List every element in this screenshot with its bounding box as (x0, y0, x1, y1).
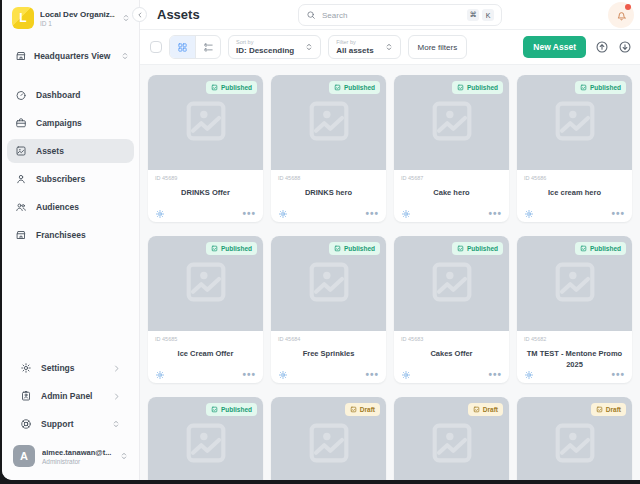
asset-thumbnail[interactable]: Published (394, 236, 509, 331)
asset-thumbnail[interactable]: Published (148, 397, 263, 480)
asset-card[interactable]: PublishedID 45686Ice cream hero••• (517, 75, 632, 222)
asset-more-button[interactable]: ••• (488, 370, 502, 380)
asset-id: ID 45685 (155, 336, 263, 343)
download-icon (618, 40, 632, 54)
asset-card[interactable]: Draft••• (271, 397, 386, 480)
asset-more-button[interactable]: ••• (488, 209, 502, 219)
page-header: Assets ⌘ K (140, 0, 640, 30)
image-mini-icon (334, 84, 341, 92)
image-mini-icon (596, 406, 603, 414)
asset-settings-button[interactable] (401, 370, 411, 380)
chevron-updown-icon (120, 51, 130, 61)
sidebar-item-label: Audiences (36, 202, 79, 212)
asset-card[interactable]: Published••• (148, 397, 263, 480)
asset-card[interactable]: PublishedID 45687Cake hero••• (394, 75, 509, 222)
sidebar-item-label: Campaigns (36, 118, 82, 128)
sidebar-item-label: Admin Panel (41, 391, 92, 401)
sidebar-item-subscribers[interactable]: Subscribers (7, 167, 134, 191)
notifications-button[interactable] (608, 2, 634, 28)
sidebar-item-dashboard[interactable]: Dashboard (7, 83, 134, 107)
asset-card[interactable]: PublishedID 45685Ice Cream Offer••• (148, 236, 263, 383)
asset-more-button[interactable]: ••• (242, 209, 256, 219)
asset-more-button[interactable]: ••• (365, 370, 379, 380)
asset-settings-button[interactable] (524, 209, 534, 219)
asset-thumbnail[interactable]: Published (148, 75, 263, 170)
asset-settings-button[interactable] (155, 209, 165, 219)
image-mini-icon (580, 84, 587, 92)
asset-card[interactable]: PublishedID 45683Cakes Offer••• (394, 236, 509, 383)
org-name: Local Dev Organiz... (40, 10, 115, 19)
status-badge: Published (206, 242, 257, 255)
image-placeholder-icon (180, 417, 232, 473)
asset-settings-button[interactable] (278, 209, 288, 219)
sidebar-collapse-button[interactable] (132, 7, 147, 22)
asset-settings-button[interactable] (524, 370, 534, 380)
grid-view-button[interactable] (170, 36, 195, 58)
sidebar-nav: DashboardCampaignsAssetsSubscribersAudie… (2, 71, 139, 247)
asset-thumbnail[interactable]: Draft (517, 397, 632, 480)
search-input[interactable] (322, 11, 461, 20)
asset-card[interactable]: PublishedID 45689DRINKS Offer••• (148, 75, 263, 222)
asset-card[interactable]: PublishedID 45688DRINKS hero••• (271, 75, 386, 222)
status-badge: Published (329, 81, 380, 94)
org-selector[interactable]: L Local Dev Organiz... ID 1 (2, 0, 139, 33)
asset-title: TM TEST - Mentone Promo 2025 (525, 349, 624, 370)
briefcase-icon (15, 117, 27, 129)
sidebar-item-settings[interactable]: Settings (12, 356, 129, 380)
asset-card[interactable]: PublishedID 45684Free Sprinkles••• (271, 236, 386, 383)
image-mini-icon (350, 406, 357, 414)
sidebar-item-assets[interactable]: Assets (7, 139, 134, 163)
chevron-updown-icon (304, 42, 314, 52)
asset-more-button[interactable]: ••• (611, 209, 625, 219)
more-filters-button[interactable]: More filters (408, 35, 468, 59)
sidebar-item-admin[interactable]: Admin Panel (12, 384, 129, 408)
asset-settings-button[interactable] (155, 370, 165, 380)
asset-thumbnail[interactable]: Draft (271, 397, 386, 480)
image-placeholder-icon (426, 95, 478, 151)
asset-thumbnail[interactable]: Published (148, 236, 263, 331)
id-badge-icon (20, 390, 32, 402)
image-placeholder-icon (426, 256, 478, 312)
filter-dropdown[interactable]: Filter by All assets (328, 35, 400, 59)
asset-thumbnail[interactable]: Published (271, 236, 386, 331)
k-key-badge: K (482, 9, 494, 21)
asset-thumbnail[interactable]: Draft (394, 397, 509, 480)
image-placeholder-icon (303, 417, 355, 473)
new-asset-button[interactable]: New Asset (523, 36, 586, 58)
chevron-left-icon (136, 11, 144, 19)
sidebar-item-campaigns[interactable]: Campaigns (7, 111, 134, 135)
asset-more-button[interactable]: ••• (242, 370, 256, 380)
search-box[interactable]: ⌘ K (298, 4, 502, 26)
asset-more-button[interactable]: ••• (611, 370, 625, 380)
asset-title: Ice Cream Offer (156, 349, 255, 370)
download-button[interactable] (618, 40, 632, 54)
list-view-button[interactable] (195, 36, 220, 58)
user-menu[interactable]: A aimee.tanawan@t... Administrator (7, 436, 134, 476)
asset-card[interactable]: PublishedID 45682TM TEST - Mentone Promo… (517, 236, 632, 383)
asset-thumbnail[interactable]: Published (517, 236, 632, 331)
chevron-right-icon (112, 392, 121, 401)
asset-card[interactable]: Draft••• (394, 397, 509, 480)
asset-thumbnail[interactable]: Published (517, 75, 632, 170)
asset-settings-button[interactable] (401, 209, 411, 219)
image-mini-icon (211, 84, 218, 92)
asset-more-button[interactable]: ••• (365, 209, 379, 219)
assets-content: PublishedID 45689DRINKS Offer•••Publishe… (140, 65, 640, 480)
sort-dropdown[interactable]: Sort by ID: Descending (228, 35, 321, 59)
sidebar-item-support[interactable]: Support (12, 412, 129, 436)
chevron-right-icon (112, 364, 121, 373)
sidebar-item-audiences[interactable]: Audiences (7, 195, 134, 219)
image-mini-icon (334, 245, 341, 253)
view-selector[interactable]: Headquarters View (2, 41, 139, 71)
asset-thumbnail[interactable]: Published (394, 75, 509, 170)
bell-icon (615, 9, 628, 22)
sidebar-item-franchisees[interactable]: Franchisees (7, 223, 134, 247)
search-icon (306, 10, 316, 20)
select-all-checkbox[interactable] (150, 41, 162, 53)
asset-card[interactable]: Draft••• (517, 397, 632, 480)
asset-settings-button[interactable] (278, 370, 288, 380)
image-mini-icon (580, 245, 587, 253)
upload-button[interactable] (595, 40, 609, 54)
asset-thumbnail[interactable]: Published (271, 75, 386, 170)
sidebar-item-label: Support (41, 419, 74, 429)
